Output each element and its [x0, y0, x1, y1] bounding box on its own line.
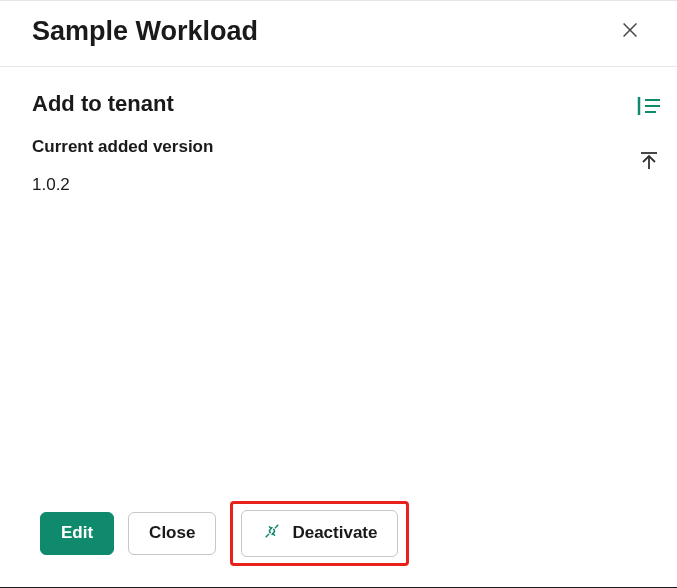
version-label: Current added version [32, 137, 621, 157]
edit-button-label: Edit [61, 523, 93, 543]
svg-line-9 [273, 533, 275, 535]
plug-disconnect-icon [262, 521, 282, 546]
svg-line-8 [270, 526, 272, 528]
deactivate-highlight: Deactivate [230, 501, 409, 566]
version-value: 1.0.2 [32, 175, 621, 195]
main-content: Add to tenant Current added version 1.0.… [0, 91, 621, 195]
edit-button[interactable]: Edit [40, 512, 114, 554]
close-icon [619, 19, 641, 44]
list-view-button[interactable] [634, 93, 664, 122]
list-icon [636, 95, 662, 120]
collapse-up-icon [638, 150, 660, 175]
deactivate-button-label: Deactivate [292, 523, 377, 543]
deactivate-button[interactable]: Deactivate [241, 510, 398, 557]
side-toolbar [621, 91, 677, 195]
dialog-header: Sample Workload [0, 1, 677, 67]
close-button[interactable]: Close [128, 512, 216, 554]
close-button-label: Close [149, 523, 195, 543]
dialog-footer: Edit Close Deactivate [40, 501, 409, 566]
section-title: Add to tenant [32, 91, 621, 117]
collapse-button[interactable] [636, 148, 662, 177]
close-dialog-button[interactable] [615, 15, 645, 48]
dialog-title: Sample Workload [32, 16, 258, 47]
dialog-body: Add to tenant Current added version 1.0.… [0, 67, 677, 195]
